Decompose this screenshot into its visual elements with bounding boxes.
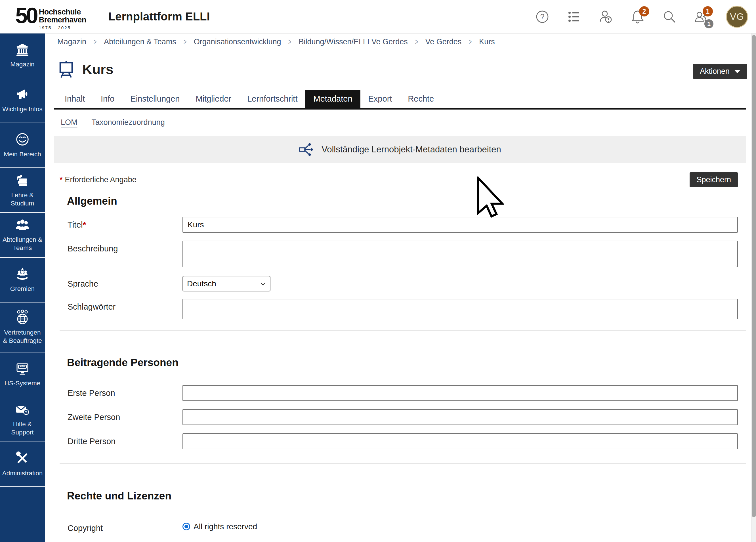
- sidebar-label-magazin: Magazin: [10, 60, 34, 68]
- dritte-person-label: Dritte Person: [68, 433, 182, 449]
- sidebar-label-lehre-studium: Lehre & Studium: [1, 191, 44, 208]
- actions-button[interactable]: Aktionen: [693, 64, 747, 79]
- beschreibung-label: Beschreibung: [68, 241, 182, 268]
- section-heading-beitragende: Beitragende Personen: [67, 357, 751, 369]
- section-heading-rechte: Rechte und Lizenzen: [67, 490, 751, 502]
- tab-bar: Inhalt Info Einstellungen Mitglieder Ler…: [54, 90, 746, 110]
- breadcrumb-organisationsentwicklung[interactable]: Organisationsentwicklung: [194, 37, 281, 46]
- beschreibung-textarea[interactable]: [182, 241, 738, 267]
- breadcrumb: Magazin > Abteilungen & Teams > Organisa…: [45, 33, 751, 50]
- required-note: *Erforderliche Angabe: [60, 175, 137, 184]
- sidebar-item-hs-systeme[interactable]: *** HS-Systeme: [0, 352, 45, 397]
- notifications-bell-icon[interactable]: 2: [631, 10, 645, 24]
- help-icon[interactable]: ?: [535, 10, 549, 24]
- search-icon-glyph: [662, 10, 677, 24]
- sidebar-item-vertretungen[interactable]: Vertretungen & Beauftragte: [0, 302, 45, 352]
- megaphone-icon: [15, 87, 30, 102]
- logo-years: 1975 - 2025: [39, 25, 86, 30]
- breadcrumb-separator: >: [94, 37, 97, 47]
- svg-text:?: ?: [540, 12, 544, 21]
- list-icon[interactable]: [567, 10, 581, 24]
- sidebar-label-vertretungen: Vertretungen & Beauftragte: [1, 328, 44, 345]
- sidebar-item-lehre-studium[interactable]: Lehre & Studium: [0, 168, 45, 213]
- logo-50: 50: [15, 5, 37, 25]
- breadcrumb-separator: >: [288, 37, 291, 47]
- list-icon-glyph: [567, 10, 581, 24]
- tools-icon: [15, 451, 30, 466]
- contacts-icon[interactable]: 1 1: [694, 10, 708, 24]
- copyright-radio[interactable]: [182, 523, 190, 530]
- section-divider: [60, 330, 746, 331]
- breadcrumb-magazin[interactable]: Magazin: [57, 37, 86, 46]
- contacts-badge-new: 1: [703, 6, 713, 16]
- sidebar-label-wichtige-infos: Wichtige Infos: [2, 105, 42, 113]
- sidebar-label-hilfe-support: Hilfe & Support: [1, 420, 44, 437]
- tab-inhalt[interactable]: Inhalt: [57, 90, 93, 108]
- titel-input[interactable]: [182, 217, 738, 233]
- main-sidebar: Magazin Wichtige Infos Mein Bereich Lehr…: [0, 33, 45, 542]
- sidebar-item-magazin[interactable]: Magazin: [0, 33, 45, 78]
- sprache-label: Sprache: [68, 276, 182, 291]
- contacts-badge-other: 1: [704, 19, 713, 28]
- breadcrumb-separator: >: [469, 37, 472, 47]
- hochschule-bremerhaven-logo[interactable]: 50 Hochschule Bremerhaven 1975 - 2025: [15, 3, 86, 30]
- sidebar-item-wichtige-infos[interactable]: Wichtige Infos: [0, 78, 45, 123]
- main-content: Magazin > Abteilungen & Teams > Organisa…: [45, 33, 751, 542]
- avatar[interactable]: VG: [726, 6, 748, 28]
- app-title: Lernplattform ELLI: [108, 10, 210, 23]
- sidebar-item-gremien[interactable]: Gremien: [0, 258, 45, 302]
- sidebar-item-mein-bereich[interactable]: Mein Bereich: [0, 123, 45, 168]
- actions-button-label: Aktionen: [700, 67, 730, 76]
- subtab-lom[interactable]: LOM: [61, 118, 77, 127]
- sidebar-label-mein-bereich: Mein Bereich: [4, 150, 41, 158]
- vertical-scrollbar[interactable]: [751, 33, 756, 542]
- edit-full-metadata-banner[interactable]: Vollständige Lernobjekt-Metadaten bearbe…: [54, 136, 746, 163]
- sprache-selected-value: Deutsch: [187, 279, 216, 288]
- tab-metadaten[interactable]: Metadaten: [305, 90, 360, 108]
- top-header: 50 Hochschule Bremerhaven 1975 - 2025 Le…: [0, 0, 756, 33]
- erste-person-label: Erste Person: [68, 385, 182, 401]
- sub-tab-bar: LOM Taxonomiezuordnung: [45, 110, 751, 135]
- breadcrumb-bildung-wissen[interactable]: Bildung/Wissen/ELLI Ve Gerdes: [299, 37, 408, 46]
- erste-person-input[interactable]: [182, 385, 738, 401]
- dritte-person-input[interactable]: [182, 433, 738, 449]
- bank-icon: [15, 43, 30, 57]
- sidebar-item-abteilungen-teams[interactable]: Abteilungen & Teams: [0, 213, 45, 258]
- edit-full-metadata-label: Vollständige Lernobjekt-Metadaten bearbe…: [322, 144, 501, 155]
- tab-info[interactable]: Info: [93, 90, 122, 108]
- globe-people-icon: [15, 310, 30, 325]
- sidebar-label-hs-systeme: HS-Systeme: [5, 379, 40, 387]
- breadcrumb-ve-gerdes[interactable]: Ve Gerdes: [425, 37, 462, 46]
- scrollbar-thumb[interactable]: [752, 35, 756, 517]
- sidebar-item-hilfe-support[interactable]: ? Hilfe & Support: [0, 397, 45, 442]
- tab-rechte[interactable]: Rechte: [400, 90, 442, 108]
- tab-lernfortschritt[interactable]: Lernfortschritt: [239, 90, 305, 108]
- schlagwoerter-input[interactable]: [182, 299, 738, 319]
- committee-icon: [15, 266, 30, 281]
- required-asterisk: *: [60, 175, 63, 184]
- breadcrumb-separator: >: [415, 37, 418, 47]
- sprache-select[interactable]: Deutsch: [182, 276, 270, 291]
- tab-export[interactable]: Export: [360, 90, 400, 108]
- svg-text:***: ***: [20, 364, 25, 369]
- save-button[interactable]: Speichern: [690, 172, 738, 187]
- logo-line2: Bremerhaven: [39, 16, 86, 24]
- titel-required-asterisk: *: [83, 220, 86, 229]
- breadcrumb-abteilungen[interactable]: Abteilungen & Teams: [104, 37, 176, 46]
- svg-text:?: ?: [25, 410, 27, 414]
- tab-mitglieder[interactable]: Mitglieder: [188, 90, 239, 108]
- metadata-tree-icon: [299, 142, 314, 157]
- breadcrumb-kurs[interactable]: Kurs: [479, 37, 495, 46]
- search-icon[interactable]: [662, 10, 677, 24]
- notifications-badge: 2: [639, 6, 649, 16]
- sidebar-item-administration[interactable]: Administration: [0, 442, 45, 487]
- who-is-online-icon-glyph: [599, 10, 613, 24]
- zweite-person-input[interactable]: [182, 409, 738, 425]
- who-is-online-icon[interactable]: [599, 10, 613, 24]
- tab-einstellungen[interactable]: Einstellungen: [122, 90, 188, 108]
- sidebar-label-gremien: Gremien: [10, 285, 35, 293]
- schlagwoerter-label: Schlagwörter: [68, 299, 182, 319]
- books-icon: [15, 173, 30, 188]
- subtab-taxonomiezuordnung[interactable]: Taxonomiezuordnung: [92, 118, 165, 127]
- mail-question-icon: ?: [15, 402, 30, 417]
